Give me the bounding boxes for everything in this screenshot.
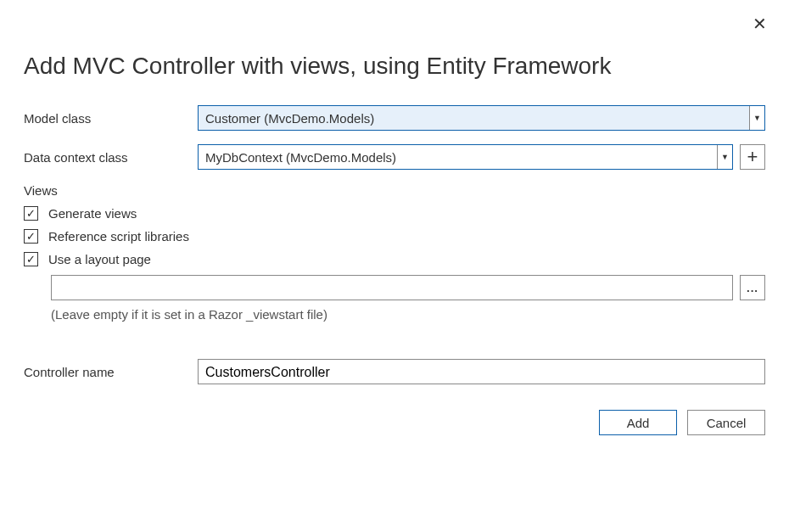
reference-scripts-label: Reference script libraries: [48, 229, 189, 244]
chevron-down-icon[interactable]: ▼: [749, 106, 764, 130]
model-class-label: Model class: [24, 111, 198, 126]
controller-name-input[interactable]: [198, 359, 765, 384]
chevron-down-icon[interactable]: ▼: [717, 145, 732, 169]
generate-views-label: Generate views: [48, 206, 137, 221]
generate-views-row: ✓ Generate views: [24, 206, 765, 221]
layout-page-input[interactable]: [51, 275, 733, 300]
ellipsis-icon: ...: [747, 282, 758, 294]
model-class-value: Customer (MvcDemo.Models): [199, 108, 749, 129]
reference-scripts-checkbox[interactable]: ✓: [24, 229, 38, 244]
dialog-container: ✕ Add MVC Controller with views, using E…: [0, 0, 789, 452]
data-context-value: MyDbContext (MvcDemo.Models): [199, 147, 717, 168]
controller-name-row: Controller name: [24, 359, 765, 384]
use-layout-row: ✓ Use a layout page: [24, 252, 765, 266]
data-context-label: Data context class: [24, 150, 198, 165]
dialog-buttons: Add Cancel: [24, 410, 765, 435]
data-context-combo[interactable]: MyDbContext (MvcDemo.Models) ▼: [198, 144, 733, 170]
dialog-title: Add MVC Controller with views, using Ent…: [24, 53, 765, 80]
layout-page-row: ...: [51, 275, 765, 300]
close-icon: ✕: [753, 14, 767, 33]
use-layout-label: Use a layout page: [48, 252, 151, 266]
model-class-combo[interactable]: Customer (MvcDemo.Models) ▼: [198, 105, 765, 131]
browse-layout-button[interactable]: ...: [740, 275, 765, 300]
use-layout-checkbox[interactable]: ✓: [24, 252, 38, 266]
cancel-button[interactable]: Cancel: [687, 410, 765, 435]
data-context-row: Data context class MyDbContext (MvcDemo.…: [24, 144, 765, 170]
model-class-row: Model class Customer (MvcDemo.Models) ▼: [24, 105, 765, 131]
reference-scripts-row: ✓ Reference script libraries: [24, 229, 765, 244]
controller-name-label: Controller name: [24, 365, 198, 379]
add-button[interactable]: Add: [599, 410, 677, 435]
layout-page-group: ... (Leave empty if it is set in a Razor…: [51, 275, 765, 322]
close-button[interactable]: ✕: [747, 12, 772, 36]
layout-hint: (Leave empty if it is set in a Razor _vi…: [51, 307, 765, 322]
generate-views-checkbox[interactable]: ✓: [24, 206, 38, 221]
views-section-label: Views: [24, 183, 765, 198]
plus-icon: +: [747, 146, 758, 168]
add-data-context-button[interactable]: +: [740, 144, 765, 170]
